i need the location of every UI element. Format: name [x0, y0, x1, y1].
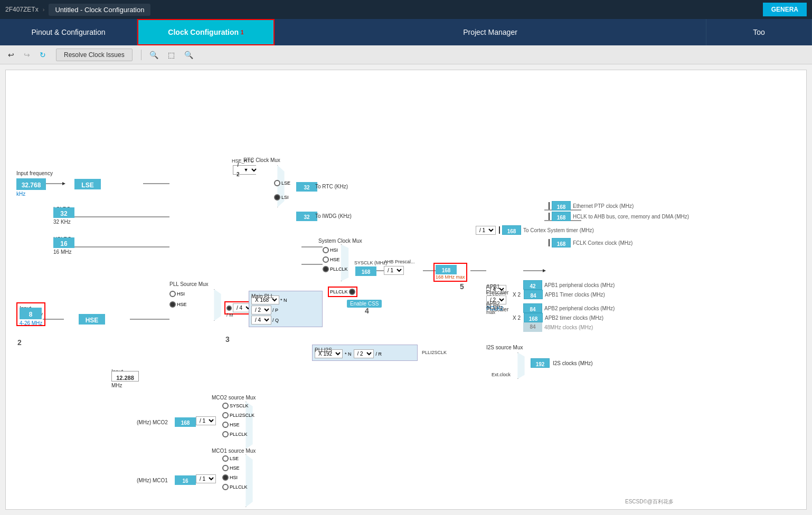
- mco1-lse-option[interactable]: LSE: [222, 455, 248, 462]
- mco2-div-select[interactable]: / 1: [196, 416, 216, 425]
- output-cortex-systimer: / 1 168 To Cortex System timer (MHz): [476, 225, 594, 235]
- mco2-plli2s-option[interactable]: PLLI2SCLK: [222, 412, 254, 418]
- mco1-label: (MHz) MCO1: [137, 478, 168, 483]
- fit-button[interactable]: ⬚: [164, 49, 178, 61]
- output-apb2-timer: X 2 168 APB2 timer clocks (MHz): [513, 313, 603, 322]
- system-mux: [338, 244, 351, 281]
- output-ethernet: 168 Ethernet PTP clock (MHz): [549, 201, 634, 211]
- pll-hsi-option[interactable]: HSI: [169, 291, 185, 297]
- to-iwdg-val[interactable]: 32: [296, 212, 317, 221]
- lse-rtc-label: LSE: [281, 180, 290, 186]
- output-hclk: 168 HCLK to AHB bus, core, memory and DM…: [549, 212, 689, 221]
- lsi-khz-label: 32 KHz: [53, 219, 74, 225]
- i2s-out-val[interactable]: 192: [531, 358, 550, 368]
- ahb-div-select[interactable]: / 1: [384, 266, 404, 275]
- hse-rtc-div[interactable]: / 2 ▼: [233, 165, 256, 175]
- input-freq-lse-label: Input frequency: [16, 170, 53, 176]
- tab-clock[interactable]: Clock Configuration 1: [137, 19, 275, 45]
- pll-hse-option[interactable]: HSE: [169, 301, 187, 308]
- apb1-periph-label: APB1 peripheral clocks (MHz): [544, 282, 615, 288]
- ethernet-label: Ethernet PTP clock (MHz): [573, 203, 634, 209]
- mco1-val[interactable]: 16: [175, 475, 196, 485]
- cortex-div-select[interactable]: / 1: [476, 226, 496, 235]
- pll-q-div-select[interactable]: / 4: [251, 316, 271, 325]
- enable-css-button[interactable]: Enable CSS: [347, 300, 382, 308]
- diagram-area[interactable]: Input frequency 32.768 kHz LSE LSI RC 32…: [5, 70, 807, 510]
- to-rtc-label: To RTC (KHz): [315, 184, 348, 189]
- undo-button[interactable]: ↩: [4, 49, 18, 61]
- pllclk-group: PLLCLK: [328, 287, 357, 297]
- mco2-label: (MHz) MCO2: [137, 419, 168, 425]
- sysclk-label: SYSCLK (MHz): [354, 260, 388, 265]
- cortex-systimer-label: To Cortex System timer (MHz): [523, 227, 594, 233]
- mco2-source-label: MCO2 source Mux: [212, 395, 256, 400]
- toolbar: ↩ ↪ ↻ Resolve Clock Issues 🔍 ⬚ 🔍: [0, 45, 812, 64]
- plli2s-label: PLLI2S: [315, 347, 332, 353]
- output-apb2-periph: 84 APB2 peripheral clocks (MHz): [523, 303, 615, 313]
- fclk-val: 168: [552, 238, 571, 247]
- refresh-button[interactable]: ↻: [36, 49, 50, 61]
- mco1-hsi-option[interactable]: HSI: [222, 474, 248, 481]
- rtc-lsi-option[interactable]: LSI: [274, 194, 289, 201]
- zoom-in-button[interactable]: 🔍: [146, 49, 162, 61]
- sysclk-pllclk-option[interactable]: PLLCLK: [323, 266, 348, 272]
- i2s-source-label: I2S source Mux: [486, 345, 523, 350]
- lsi-rc-value[interactable]: 32: [53, 207, 74, 218]
- hse-freq-value[interactable]: 8: [20, 308, 42, 319]
- mco1-pllclk-option[interactable]: PLLCLK: [222, 484, 248, 490]
- to-iwdg-label: To IWDG (KHz): [315, 213, 352, 219]
- ahb-out-val[interactable]: 168: [436, 265, 457, 274]
- lse-block[interactable]: LSE: [74, 179, 101, 189]
- pll-source-label: PLL Source Mux: [169, 281, 209, 287]
- hse-rtc-label: HSE_RTC: [232, 158, 254, 164]
- main-pll-label: Main PLL: [251, 293, 273, 299]
- to-rtc-val[interactable]: 32: [296, 182, 317, 192]
- generate-button[interactable]: GENERA: [763, 3, 807, 16]
- project-title: Untitled - Clock Configuration: [49, 4, 150, 16]
- tab-tools[interactable]: Too: [706, 19, 812, 45]
- mco1-div-select[interactable]: / 1: [196, 474, 216, 483]
- i2s-clk-label: I2S clocks (MHz): [553, 360, 593, 366]
- tab-pinout[interactable]: Pinout & Configuration: [0, 19, 137, 45]
- rtc-lse-option[interactable]: LSE: [274, 180, 290, 186]
- pll-source-mux: [212, 289, 223, 321]
- system-mux-label: System Clock Mux: [318, 238, 362, 244]
- plli2s-area: PLLI2S X 192 * N / 2 / R: [312, 345, 418, 361]
- resolve-clock-issues-button[interactable]: Resolve Clock Issues: [56, 49, 133, 61]
- mco2-val[interactable]: 168: [175, 417, 196, 427]
- hsi-rc-value[interactable]: 16: [53, 237, 74, 248]
- mco1-div-group: / 1: [196, 474, 216, 483]
- output-apb1-timer: X 2 84 APB1 Timer clocks (MHz): [513, 290, 605, 299]
- mco1-hse-option[interactable]: HSE: [222, 465, 248, 471]
- hse-rtc-select[interactable]: ▼: [241, 166, 258, 174]
- mco2-pllclk-option[interactable]: PLLCLK: [222, 431, 254, 437]
- sysclk-hse-option[interactable]: HSE: [323, 256, 340, 263]
- lse-freq-value[interactable]: 32.768: [16, 178, 46, 190]
- diagram-inner: Input frequency 32.768 kHz LSE LSI RC 32…: [11, 75, 676, 508]
- hsi-rc-group: HSI RC 16 16 MHz: [53, 236, 74, 253]
- ahb-out-group: 168 168 MHz max: [433, 263, 467, 282]
- hclk-label: HCLK to AHB bus, core, memory and DMA (M…: [573, 214, 689, 220]
- mco2-sysclk-option[interactable]: SYSCLK: [222, 403, 254, 409]
- output-48mhz: 84 48MHz clocks (MHz): [523, 322, 593, 332]
- tab-bar: Pinout & Configuration Clock Configurati…: [0, 19, 812, 45]
- sysclk-hsi-option[interactable]: HSI: [323, 247, 338, 253]
- input-freq-hse-group: Input frequency 8 4-26 MHz: [16, 302, 45, 326]
- mco1-options: LSE HSE HSI PLLCLK: [222, 455, 248, 490]
- apb2-timer-val: 168: [524, 313, 543, 322]
- zoom-out-button[interactable]: 🔍: [181, 49, 197, 61]
- output-fclk: 168 FCLK Cortex clock (MHz): [549, 238, 632, 247]
- plli2s-r-select[interactable]: / 2: [354, 349, 374, 358]
- tab-project[interactable]: Project Manager: [275, 19, 706, 45]
- annotation-2: 2: [17, 338, 22, 347]
- pll-p-div-select[interactable]: / 2: [251, 306, 271, 314]
- bottom-freq-value[interactable]: 12.288: [111, 371, 139, 382]
- redo-button[interactable]: ↪: [20, 49, 34, 61]
- ahb-label: AHB Prescal...: [384, 259, 415, 264]
- 48mhz-val: 84: [523, 322, 542, 332]
- mco2-hse-option[interactable]: HSE: [222, 422, 254, 428]
- annotation-4: 4: [365, 307, 369, 315]
- i2s-source-mux: [515, 352, 527, 379]
- sysclk-value[interactable]: 168: [355, 266, 376, 276]
- hse-block[interactable]: HSE: [79, 314, 105, 325]
